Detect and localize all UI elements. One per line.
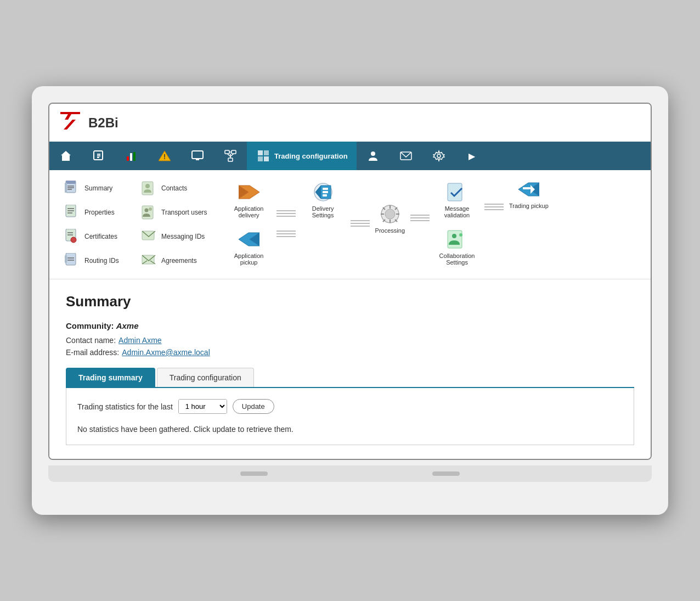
arrow-group-4 [484,204,504,210]
svg-rect-60 [323,188,328,190]
menu-app-delivery[interactable]: Application delivery [224,178,274,221]
svg-point-76 [459,233,462,237]
laptop-bottom [48,465,652,482]
svg-rect-33 [65,183,67,193]
trading-config-icon [256,148,271,164]
nav-chart[interactable] [115,142,148,170]
double-arrow-2 [276,231,296,237]
menu-app-pickup[interactable]: Application pickup [224,226,274,268]
transport-users-label: Transport users [161,209,207,216]
svg-point-64 [385,209,395,219]
svg-point-39 [71,237,76,243]
contact-name-row: Contact name: Admin Axme [66,336,634,345]
nav-trading-label: Trading configuration [274,152,348,160]
flow-delivery-group: Delivery Settings [298,178,348,253]
logo-bar: B2Bi [49,104,651,142]
message-validation-label: Message validation [435,205,479,218]
menu-summary[interactable]: Summary [60,178,126,198]
time-select-wrapper[interactable]: 1 hour 4 hours 8 hours 24 hours [178,399,227,414]
arrow-group-3 [410,215,430,221]
monitor-icon [190,148,205,164]
nav-users[interactable] [357,142,389,170]
menu-properties[interactable]: Properties [60,203,126,222]
warning-icon: ! [157,148,172,164]
menu-messaging-ids[interactable]: Messaging IDs [137,227,211,246]
home-icon [58,148,74,164]
arrow-group-1 [276,210,296,237]
mid-icon-group: Contacts Transport users [137,178,211,271]
double-arrow-5 [484,204,504,210]
svg-point-27 [437,154,441,158]
email-value[interactable]: Admin.Axme@axme.local [122,348,210,357]
content-area: Summary Community: Axme Contact name: Ad… [49,279,651,459]
properties-icon [64,204,80,221]
nav-more[interactable]: ▶ [455,142,488,170]
menu-delivery-settings[interactable]: Delivery Settings [298,178,348,221]
contacts-icon [140,180,157,196]
processing-label: Processing [375,227,405,234]
svg-rect-73 [448,183,462,201]
menu-transport-users[interactable]: Transport users [137,203,211,222]
menu-collab-settings[interactable]: Collaboration Settings [432,226,482,268]
svg-rect-11 [192,151,203,159]
properties-label: Properties [84,209,115,216]
svg-rect-43 [65,255,67,263]
nav-monitor[interactable] [181,142,214,170]
contact-name-value[interactable]: Admin Axme [118,336,162,345]
trading-pickup-icon [518,178,540,200]
messaging-ids-label: Messaging IDs [161,233,205,240]
chart-icon [124,148,139,164]
svg-rect-7 [130,153,132,161]
collab-settings-icon [446,228,468,250]
delivery-settings-label: Delivery Settings [301,205,345,218]
svg-rect-14 [225,150,229,154]
svg-rect-8 [133,152,136,161]
no-stats-message: No statistics have been gathered. Click … [77,425,623,434]
summary-label: Summary [84,184,112,192]
menu-routing-ids[interactable]: Routing IDs [60,251,126,271]
processing-icon [379,203,401,225]
svg-rect-16 [228,158,233,161]
double-arrow-1 [276,210,296,217]
search-icon [91,148,106,164]
laptop-foot-right [432,471,460,476]
time-select[interactable]: 1 hour 4 hours 8 hours 24 hours [179,400,227,413]
nav-trading-config[interactable]: Trading configuration [247,142,357,170]
app-delivery-label: Application delivery [227,205,271,218]
tab-trading-summary[interactable]: Trading summary [66,368,155,387]
double-arrow-3 [351,220,370,227]
icon-menu: Summary Properties [49,170,651,279]
tabs-bar: Trading summary Trading configuration [66,368,634,388]
menu-certificates[interactable]: Certificates [60,227,126,246]
update-button[interactable]: Update [233,399,274,414]
svg-rect-74 [448,231,462,248]
tab-trading-configuration[interactable]: Trading configuration [157,368,254,387]
flow-validation-group: Message validation Collaboration Setting… [432,178,482,268]
laptop-frame: B2Bi [32,86,668,515]
delivery-settings-icon [312,181,334,203]
nav-home[interactable] [49,142,82,170]
arrow-group-2 [351,220,370,227]
menu-message-validation[interactable]: Message validation [432,178,482,221]
svg-rect-15 [232,150,236,154]
svg-text:!: ! [163,153,166,161]
svg-rect-22 [264,150,269,155]
community-name: Axme [116,321,139,330]
nav-mail[interactable] [389,142,422,170]
svg-marker-0 [60,112,80,130]
menu-agreements[interactable]: Agreements [137,251,211,271]
flow-processing-group: Processing [372,178,408,237]
menu-contacts[interactable]: Contacts [137,178,211,198]
nav-settings[interactable] [422,142,455,170]
certificates-label: Certificates [84,233,117,240]
menu-processing[interactable]: Processing [372,200,408,237]
collab-settings-label: Collaboration Settings [435,252,479,266]
nav-network[interactable] [214,142,247,170]
svg-rect-21 [258,150,263,155]
summary-icon [64,180,80,196]
menu-trading-pickup[interactable]: Trading pickup [506,176,551,212]
nav-search[interactable] [82,142,115,170]
svg-point-49 [145,209,149,212]
nav-warning[interactable]: ! [148,142,181,170]
flow-app-group: Application delivery Application pickup [224,178,274,268]
